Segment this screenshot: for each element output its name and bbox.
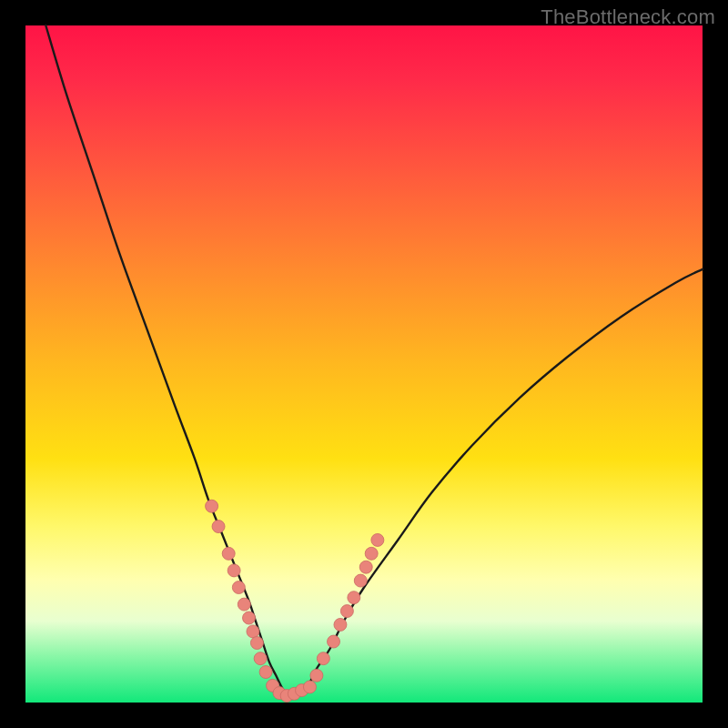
curve-marker	[247, 625, 259, 638]
curve-marker	[359, 561, 372, 573]
curve-marker	[238, 598, 250, 611]
curve-marker	[243, 612, 256, 624]
curve-marker	[348, 592, 360, 604]
curve-marker	[354, 574, 367, 587]
curve-marker	[303, 681, 316, 693]
chart-frame: TheBottleneck.com	[0, 0, 728, 728]
watermark-text: TheBottleneck.com	[541, 5, 715, 29]
chart-svg	[25, 25, 703, 703]
bottleneck-curve	[46, 25, 703, 696]
curve-marker	[317, 652, 329, 665]
curve-marker	[371, 533, 384, 546]
curve-marker	[334, 618, 347, 631]
marker-group	[206, 500, 384, 702]
curve-marker	[254, 652, 267, 665]
curve-marker	[250, 637, 263, 650]
curve-marker	[212, 521, 225, 533]
curve-marker	[206, 500, 218, 512]
plot-area	[25, 25, 703, 703]
curve-marker	[310, 669, 323, 682]
curve-marker	[228, 564, 240, 577]
curve-marker	[340, 605, 353, 618]
curve-marker	[365, 547, 378, 560]
curve-marker	[259, 666, 272, 679]
curve-marker	[232, 581, 245, 594]
curve-marker	[328, 635, 340, 648]
curve-marker	[222, 547, 235, 560]
